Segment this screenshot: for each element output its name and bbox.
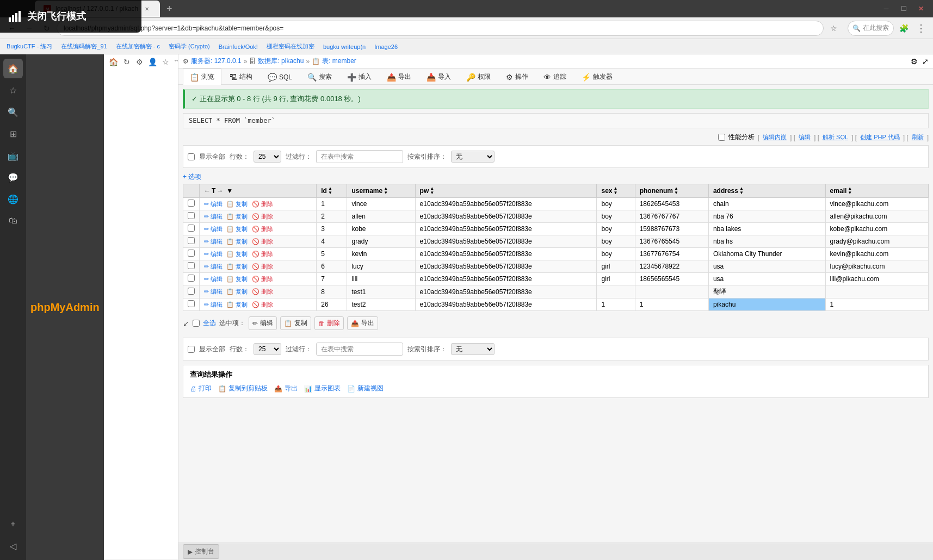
nav-btn-sql[interactable]: 💬 SQL xyxy=(261,69,299,85)
parse-sql-link[interactable]: 解析 SQL xyxy=(823,133,848,141)
copy-link[interactable]: 📋 复制 xyxy=(226,200,248,208)
search-area[interactable]: 🔍 在此搜索 xyxy=(848,21,894,36)
bottom-copy-btn[interactable]: 📋 复制 xyxy=(280,316,311,330)
row-checkbox[interactable] xyxy=(188,275,195,282)
bookmark-fence[interactable]: 栅栏密码在线加密 xyxy=(264,41,317,52)
row-checkbox[interactable] xyxy=(188,300,195,307)
bookmark-encoder91[interactable]: 在线编码解密_91 xyxy=(59,41,109,52)
filter-input[interactable] xyxy=(316,150,403,163)
copy-link[interactable]: 📋 复制 xyxy=(226,263,248,271)
left-icon-apps[interactable]: ⊞ xyxy=(3,124,23,144)
create-php-link[interactable]: 创建 PHP 代码 xyxy=(860,133,900,141)
sidebar-user-icon[interactable]: 👤 xyxy=(147,57,158,67)
row-checkbox[interactable] xyxy=(188,262,195,269)
copy-link[interactable]: 📋 复制 xyxy=(226,250,248,258)
result-export-btn[interactable]: 📤 导出 xyxy=(274,384,298,393)
select-all-checkbox[interactable] xyxy=(193,320,200,327)
left-icon-translate[interactable]: 🌐 xyxy=(3,189,23,209)
edit-link[interactable]: ✏ 编辑 xyxy=(204,250,223,258)
options-toggle[interactable]: + 选项 xyxy=(183,170,929,184)
row-checkbox[interactable] xyxy=(188,225,195,232)
edit-link[interactable]: ✏ 编辑 xyxy=(204,263,223,271)
breadcrumb-db[interactable]: 数据库: pikachu xyxy=(258,57,304,66)
row-checkbox[interactable] xyxy=(188,250,195,257)
sort-select[interactable]: 无 xyxy=(451,151,495,163)
bottom-export-btn[interactable]: 📤 导出 xyxy=(347,316,378,330)
delete-link[interactable]: 🚫 删除 xyxy=(252,213,273,221)
edit-link[interactable]: ✏ 编辑 xyxy=(204,275,223,283)
result-print-btn[interactable]: 🖨 打印 xyxy=(190,384,212,393)
copy-link[interactable]: 📋 复制 xyxy=(226,225,248,233)
nav-btn-insert[interactable]: ➕ 插入 xyxy=(340,69,379,85)
bottom-edit-btn[interactable]: ✏ 编辑 xyxy=(249,316,277,330)
breadcrumb-table[interactable]: 表: member xyxy=(322,57,356,66)
sidebar-toggle[interactable]: ↔ xyxy=(174,57,178,557)
copy-link[interactable]: 📋 复制 xyxy=(226,275,248,283)
left-icon-search[interactable]: 🔍 xyxy=(3,102,23,122)
edit-inline-link[interactable]: 编辑内嵌 xyxy=(763,133,787,141)
nav-btn-structure[interactable]: 🏗 结构 xyxy=(223,69,259,85)
left-icon-star[interactable]: ☆ xyxy=(3,80,23,100)
bookmark-bugku-writeup[interactable]: bugku writeup(n xyxy=(321,42,368,51)
sidebar-star-icon[interactable]: ☆ xyxy=(160,57,171,67)
row-checkbox[interactable] xyxy=(188,288,195,295)
header-settings-icon[interactable]: ⚙ xyxy=(911,57,918,66)
nav-btn-permissions[interactable]: 🔑 权限 xyxy=(459,69,498,85)
new-tab-button[interactable]: + xyxy=(164,3,175,15)
delete-link[interactable]: 🚫 删除 xyxy=(252,301,273,309)
sort-select-bottom[interactable]: 无 xyxy=(451,343,495,355)
select-all-btn[interactable]: 全选 xyxy=(203,319,216,328)
left-icon-live[interactable]: 📺 xyxy=(3,146,23,165)
extensions-button[interactable]: 🧩 xyxy=(896,21,911,36)
menu-button[interactable]: ⋮ xyxy=(913,21,929,36)
tab-close-button[interactable]: ✕ xyxy=(143,4,151,13)
copy-link[interactable]: 📋 复制 xyxy=(226,213,248,221)
sidebar-home-icon[interactable]: 🏠 xyxy=(108,57,119,67)
delete-link[interactable]: 🚫 删除 xyxy=(252,225,273,233)
edit-link[interactable]: ✏ 编辑 xyxy=(204,301,223,309)
show-all-checkbox-bottom[interactable] xyxy=(188,346,195,353)
col-email[interactable]: email ▲▼ xyxy=(825,184,928,198)
nav-btn-tracking[interactable]: 👁 追踪 xyxy=(536,69,573,85)
left-icon-home[interactable]: 🏠 xyxy=(3,59,23,78)
col-sex[interactable]: sex ▲▼ xyxy=(597,184,635,198)
nav-btn-import[interactable]: 📥 导入 xyxy=(419,69,458,85)
edit-link[interactable]: 编辑 xyxy=(799,133,811,141)
result-chart-btn[interactable]: 📊 显示图表 xyxy=(304,384,341,393)
edit-link[interactable]: ✏ 编辑 xyxy=(204,213,223,221)
delete-link[interactable]: 🚫 删除 xyxy=(252,200,273,208)
result-newview-btn[interactable]: 📄 新建视图 xyxy=(347,384,384,393)
edit-link[interactable]: ✏ 编辑 xyxy=(204,200,223,208)
maximize-button[interactable]: ☐ xyxy=(896,1,911,16)
filter-input-bottom[interactable] xyxy=(316,343,403,356)
nav-btn-operations[interactable]: ⚙ 操作 xyxy=(499,69,535,85)
copy-link[interactable]: 📋 复制 xyxy=(226,301,248,309)
left-icon-chat[interactable]: 💬 xyxy=(3,167,23,187)
col-address[interactable]: address ▲▼ xyxy=(708,184,825,198)
edit-link[interactable]: ✏ 编辑 xyxy=(204,225,223,233)
url-bar[interactable]: localhost/phpmyadmin/sql.php?server=1&db… xyxy=(57,21,824,36)
copy-link[interactable]: 📋 复制 xyxy=(226,238,248,246)
minimize-button[interactable]: ─ xyxy=(879,1,894,16)
refresh-link[interactable]: 刷新 xyxy=(912,133,924,141)
nav-btn-search[interactable]: 🔍 搜索 xyxy=(300,69,339,85)
nav-btn-browse[interactable]: 📋 浏览 xyxy=(183,69,221,85)
bookmark-brainfuck[interactable]: Brainfuck/Ook! xyxy=(217,42,260,51)
edit-link[interactable]: ✏ 编辑 xyxy=(204,288,223,296)
bookmark-image[interactable]: Image26 xyxy=(372,42,400,51)
copy-link[interactable]: 📋 复制 xyxy=(226,288,248,296)
bookmark-button[interactable]: ☆ xyxy=(826,21,841,36)
result-copy-btn[interactable]: 📋 复制到剪贴板 xyxy=(218,384,268,393)
edit-link[interactable]: ✏ 编辑 xyxy=(204,238,223,246)
row-count-select-bottom[interactable]: 25 50 100 xyxy=(254,343,281,355)
breadcrumb-server[interactable]: 服务器: 127.0.0.1 xyxy=(191,57,242,66)
bookmark-crypto[interactable]: 密码学 (Crypto) xyxy=(166,41,212,52)
nav-btn-export[interactable]: 📤 导出 xyxy=(380,69,418,85)
bookmark-decrypt[interactable]: 在线加密解密 - c xyxy=(114,41,162,52)
sidebar-settings-icon[interactable]: ⚙ xyxy=(134,57,145,67)
row-count-select[interactable]: 25 50 100 xyxy=(254,151,281,163)
left-icon-collapse[interactable]: ◁ xyxy=(3,536,23,556)
delete-link[interactable]: 🚫 删除 xyxy=(252,263,273,271)
delete-link[interactable]: 🚫 删除 xyxy=(252,288,273,296)
delete-link[interactable]: 🚫 删除 xyxy=(252,238,273,246)
